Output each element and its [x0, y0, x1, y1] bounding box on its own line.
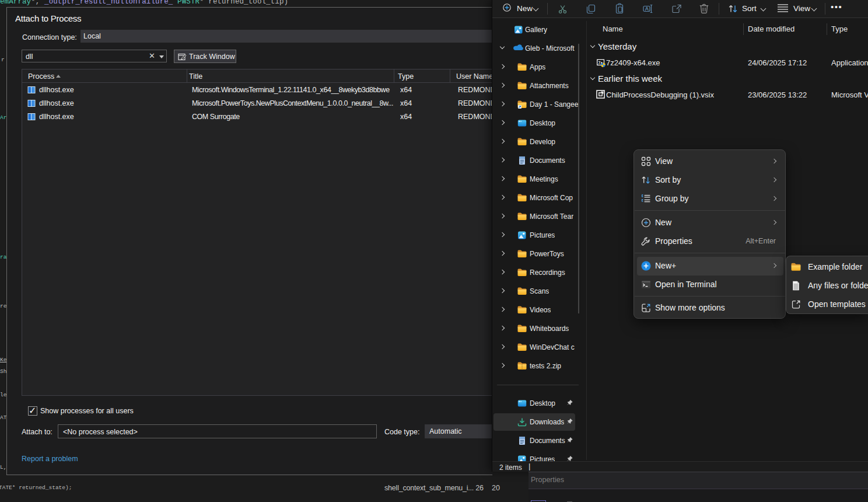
svg-text:A: A	[645, 6, 649, 12]
